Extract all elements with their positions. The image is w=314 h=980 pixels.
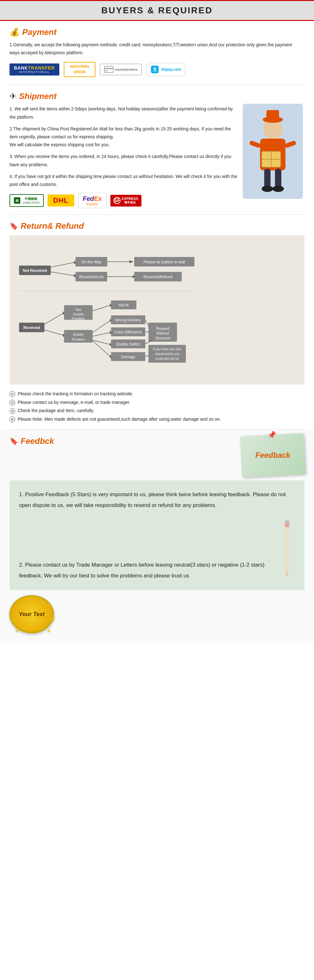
flowchart-svg: Not Received On the Way Please be patien… — [16, 242, 301, 378]
svg-point-18 — [273, 186, 284, 192]
feedback-section: 🔖 Feedbck 📌 Feedback 1. Positive Feedbac… — [0, 430, 314, 643]
pushpin-icon: 📌 — [267, 431, 276, 439]
svg-text:On the Way: On the Way — [81, 260, 101, 264]
svg-text:Problem: Problem — [72, 317, 85, 320]
delivery-man-image — [241, 91, 304, 211]
shipment-point-4: 4. If you have not got it within the shi… — [10, 173, 238, 188]
return-icon: 🔖 — [10, 222, 18, 230]
svg-text:Quality Defect: Quality Defect — [116, 342, 140, 347]
svg-text:Refund: Refund — [157, 331, 169, 336]
pencil-svg — [282, 518, 292, 581]
svg-text:Problem: Problem — [72, 337, 85, 341]
delivery-illustration — [243, 104, 303, 199]
bank-transfer-label: BANKTRANSFER — [14, 65, 55, 70]
sf-express-label: SF EXPRESS 顺丰速运 — [114, 197, 138, 205]
moneybookers-label: moneybookers — [115, 68, 138, 72]
svg-rect-16 — [275, 169, 281, 188]
svg-marker-88 — [286, 573, 288, 576]
shipment-logos: 邮 中国邮政 CHINA POST DHL FedEx Express SF — [10, 193, 238, 208]
svg-text:Quality: Quality — [73, 332, 84, 336]
svg-rect-2 — [105, 70, 108, 71]
fedex-sub: Express — [81, 202, 103, 206]
sf-cn: 顺丰速运 — [122, 200, 138, 205]
feedback-footer: Your Text — [10, 595, 304, 633]
feedback-para-1: 1. Positive Feedback (5 Stars) is very i… — [19, 489, 295, 511]
shipment-heading: Shipment — [19, 91, 57, 101]
payment-title-row: 💰 Payment — [10, 27, 301, 37]
return-note-4: ④ Please Note: Men made defects are not … — [10, 415, 304, 423]
alipay-label: Alipay.com — [161, 67, 181, 72]
svg-line-68 — [93, 341, 110, 356]
bank-transfer-logo: BANKTRANSFER INTERNATIONAL — [10, 64, 59, 75]
dhl-label: DHL — [53, 196, 68, 204]
china-post-icon: 邮 — [13, 197, 21, 204]
svg-rect-20 — [266, 110, 279, 121]
western-union-label: WESTERN — [68, 64, 91, 69]
shipment-point-3: 3. When you receive the items you ordere… — [10, 153, 238, 169]
payment-logos: BANKTRANSFER INTERNATIONAL WESTERN UNION… — [10, 62, 301, 77]
sf-en: EXPRESS — [122, 197, 138, 200]
your-text-label: Your Text — [19, 611, 45, 618]
feedback-bottom-row: 2. Please contact us by Trade Manager or… — [19, 518, 295, 581]
feedback-heading: Feedbck — [21, 436, 54, 446]
svg-text:Damage: Damage — [121, 355, 135, 359]
payment-section: 💰 Payment 1.Generally, we accept the fol… — [0, 21, 314, 85]
return-heading: Return& Refund — [21, 221, 84, 231]
svg-text:requirements you: requirements you — [155, 352, 179, 356]
svg-marker-93 — [14, 603, 20, 608]
bank-transfer-sub: INTERNATIONAL — [14, 70, 55, 73]
svg-text:Wrong Delivery: Wrong Delivery — [115, 318, 141, 322]
svg-line-30 — [51, 272, 75, 276]
svg-text:邮: 邮 — [16, 199, 19, 202]
svg-point-17 — [262, 186, 273, 192]
svg-text:Resend: Resend — [156, 326, 169, 331]
svg-text:Not Received: Not Received — [23, 269, 47, 273]
shipment-section: ✈ Shipment 1. We will sent the items wit… — [0, 85, 314, 215]
card-icon — [104, 66, 114, 73]
svg-text:could also tell us: could also tell us — [155, 357, 179, 360]
feedback-title-area: 🔖 Feedbck — [10, 436, 54, 446]
shipment-point-2: 2.The shipment by China Post Registered … — [10, 125, 238, 149]
svg-text:Not fit: Not fit — [119, 303, 129, 307]
shipment-icon: ✈ — [10, 91, 16, 101]
china-post-cn: 中国邮政 — [22, 197, 40, 201]
svg-text:If you have any else: If you have any else — [153, 347, 181, 351]
your-text-badge: Your Text — [10, 595, 54, 633]
svg-text:Received/Refund: Received/Refund — [143, 275, 173, 279]
svg-rect-85 — [285, 521, 289, 570]
svg-marker-94 — [46, 603, 51, 608]
payment-icon: 💰 — [10, 27, 20, 37]
china-post-logo: 邮 中国邮政 CHINA POST — [10, 194, 44, 207]
return-refund-section: 🔖 Return& Refund Not Received On the Way… — [0, 215, 314, 430]
svg-text:Quality: Quality — [73, 312, 84, 316]
payment-heading: Payment — [22, 27, 57, 37]
svg-rect-1 — [104, 68, 113, 69]
china-post-en: CHINA POST — [22, 201, 40, 204]
feedback-body: 1. Positive Feedback (5 Stars) is very i… — [10, 480, 304, 590]
svg-marker-95 — [14, 628, 20, 633]
svg-text:Received/Lost: Received/Lost — [79, 275, 104, 279]
svg-text:Color Difference: Color Difference — [114, 330, 142, 334]
svg-line-47 — [93, 305, 110, 311]
svg-rect-0 — [104, 66, 113, 73]
shipment-point-1: 1. We will sent the items within 2-5days… — [10, 105, 238, 121]
alipay-icon: 支 — [150, 65, 159, 74]
return-notes: ① Please check the tracking in formation… — [10, 390, 304, 423]
svg-text:Discount: Discount — [155, 336, 170, 340]
western-union-logo: WESTERN UNION — [64, 62, 95, 77]
shipment-content: ✈ Shipment 1. We will sent the items wit… — [10, 91, 238, 211]
feedback-para-2: 2. Please contact us by Trade Manager or… — [19, 560, 273, 581]
return-note-1: ① Please check the tracking in formation… — [10, 390, 304, 398]
svg-text:Please be patient to wait: Please be patient to wait — [144, 260, 185, 264]
return-title-row: 🔖 Return& Refund — [10, 221, 304, 231]
flowchart-area: Not Received On the Way Please be patien… — [10, 235, 304, 385]
svg-rect-89 — [285, 520, 289, 523]
svg-line-41 — [44, 313, 63, 324]
svg-line-51 — [44, 330, 63, 335]
fedex-logo: FedEx Express — [78, 193, 106, 208]
svg-marker-91 — [11, 616, 18, 622]
page-header: BUYERS & REQUIRED — [0, 0, 314, 21]
feedback-card-label: Feedback — [255, 451, 290, 460]
alipay-logo: 支 Alipay.com — [146, 63, 185, 76]
svg-rect-15 — [264, 169, 271, 188]
